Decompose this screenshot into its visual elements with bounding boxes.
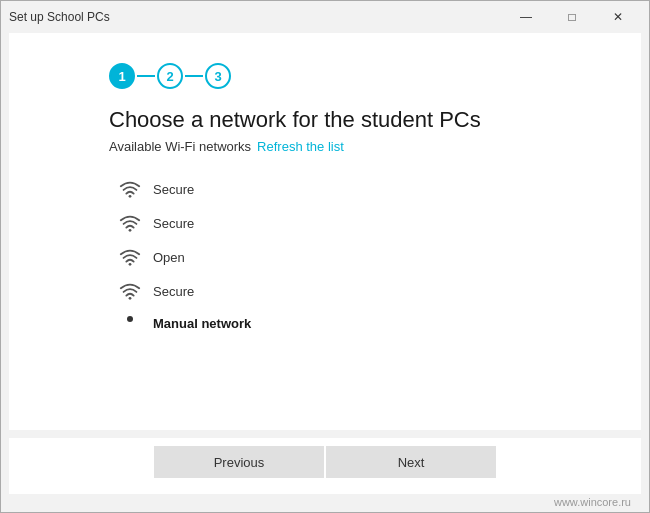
previous-button[interactable]: Previous: [154, 446, 324, 478]
svg-point-2: [129, 263, 132, 266]
network-name: Secure: [153, 284, 194, 299]
subtitle-text: Available Wi-Fi networks: [109, 139, 251, 154]
svg-point-1: [129, 229, 132, 232]
network-item[interactable]: Secure: [109, 208, 601, 238]
step-line-2: [185, 75, 203, 77]
step-3-number: 3: [214, 69, 221, 84]
step-2-number: 2: [166, 69, 173, 84]
wifi-icon: [119, 180, 141, 198]
page-title: Choose a network for the student PCs: [109, 107, 601, 133]
step-1-number: 1: [118, 69, 125, 84]
title-bar: Set up School PCs — □ ✕: [1, 1, 649, 33]
watermark: www.wincore.ru: [9, 494, 641, 512]
app-window: Set up School PCs — □ ✕ 1 2 3 Choose a n…: [0, 0, 650, 513]
network-name: Secure: [153, 216, 194, 231]
refresh-link[interactable]: Refresh the list: [257, 139, 344, 154]
svg-point-0: [129, 195, 132, 198]
content-area: 1 2 3 Choose a network for the student P…: [9, 33, 641, 430]
network-item[interactable]: Secure: [109, 174, 601, 204]
steps-indicator: 1 2 3: [109, 63, 601, 89]
network-name: Secure: [153, 182, 194, 197]
wifi-icon: [119, 248, 141, 266]
step-line-1: [137, 75, 155, 77]
network-item[interactable]: Secure: [109, 276, 601, 306]
footer: Previous Next: [9, 438, 641, 494]
step-3-circle: 3: [205, 63, 231, 89]
network-list: Secure Secure: [109, 174, 601, 410]
wifi-icon: [119, 282, 141, 300]
subtitle-row: Available Wi-Fi networks Refresh the lis…: [109, 139, 601, 154]
manual-dot-icon: [119, 314, 141, 322]
network-item[interactable]: Open: [109, 242, 601, 272]
minimize-button[interactable]: —: [503, 1, 549, 33]
step-1-circle: 1: [109, 63, 135, 89]
wifi-icon: [119, 214, 141, 232]
manual-network-label: Manual network: [153, 316, 251, 331]
maximize-button[interactable]: □: [549, 1, 595, 33]
network-name: Open: [153, 250, 185, 265]
svg-point-3: [129, 297, 132, 300]
manual-network-item[interactable]: Manual network: [109, 310, 601, 336]
next-button[interactable]: Next: [326, 446, 496, 478]
close-button[interactable]: ✕: [595, 1, 641, 33]
step-2-circle: 2: [157, 63, 183, 89]
window-controls: — □ ✕: [503, 1, 641, 33]
window-title: Set up School PCs: [9, 10, 503, 24]
